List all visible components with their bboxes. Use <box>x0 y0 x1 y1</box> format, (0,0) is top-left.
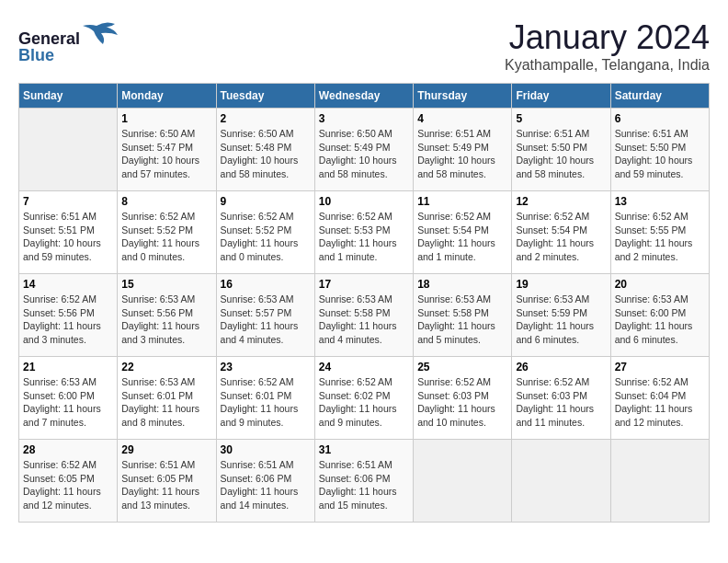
day-number: 15 <box>121 278 211 291</box>
day-number: 28 <box>23 443 113 456</box>
calendar-cell: 12Sunrise: 6:52 AM Sunset: 5:54 PM Dayli… <box>512 191 610 274</box>
calendar-cell: 5Sunrise: 6:51 AM Sunset: 5:50 PM Daylig… <box>512 109 610 191</box>
weekday-header-sunday: Sunday <box>19 84 118 109</box>
calendar-cell: 6Sunrise: 6:51 AM Sunset: 5:50 PM Daylig… <box>610 109 709 191</box>
day-number: 17 <box>319 278 409 291</box>
day-number: 23 <box>221 361 311 373</box>
day-info: Sunrise: 6:53 AM Sunset: 5:58 PM Dayligh… <box>417 293 507 347</box>
svg-text:Blue: Blue <box>18 46 54 64</box>
calendar-cell: 29Sunrise: 6:51 AM Sunset: 6:05 PM Dayli… <box>118 440 216 523</box>
calendar-cell: 28Sunrise: 6:52 AM Sunset: 6:05 PM Dayli… <box>19 440 118 523</box>
day-info: Sunrise: 6:50 AM Sunset: 5:48 PM Dayligh… <box>221 127 311 181</box>
calendar-header: SundayMondayTuesdayWednesdayThursdayFrid… <box>19 84 710 109</box>
weekday-header-monday: Monday <box>118 84 216 109</box>
day-info: Sunrise: 6:51 AM Sunset: 6:05 PM Dayligh… <box>121 458 211 512</box>
calendar-cell: 18Sunrise: 6:53 AM Sunset: 5:58 PM Dayli… <box>414 274 512 357</box>
calendar-cell: 4Sunrise: 6:51 AM Sunset: 5:49 PM Daylig… <box>414 109 512 191</box>
day-info: Sunrise: 6:53 AM Sunset: 5:56 PM Dayligh… <box>121 293 211 347</box>
location-title: Kyathampalle, Telangana, India <box>505 57 710 74</box>
calendar-cell <box>414 440 512 523</box>
logo: General Blue <box>18 18 119 64</box>
day-number: 14 <box>23 278 113 291</box>
logo-svg: General Blue <box>18 18 119 64</box>
calendar-week-5: 28Sunrise: 6:52 AM Sunset: 6:05 PM Dayli… <box>19 440 710 523</box>
calendar-week-4: 21Sunrise: 6:53 AM Sunset: 6:00 PM Dayli… <box>19 357 710 440</box>
calendar-cell: 16Sunrise: 6:53 AM Sunset: 5:57 PM Dayli… <box>216 274 314 357</box>
day-info: Sunrise: 6:52 AM Sunset: 5:52 PM Dayligh… <box>221 210 311 264</box>
page-header: General Blue January 2024 Kyathampalle, … <box>18 18 710 74</box>
day-info: Sunrise: 6:52 AM Sunset: 5:55 PM Dayligh… <box>615 210 705 264</box>
day-number: 3 <box>319 112 409 125</box>
calendar-week-3: 14Sunrise: 6:52 AM Sunset: 5:56 PM Dayli… <box>19 274 710 357</box>
weekday-header-friday: Friday <box>512 84 610 109</box>
calendar-cell: 2Sunrise: 6:50 AM Sunset: 5:48 PM Daylig… <box>216 109 314 191</box>
calendar-cell: 8Sunrise: 6:52 AM Sunset: 5:52 PM Daylig… <box>118 191 216 274</box>
day-info: Sunrise: 6:53 AM Sunset: 6:00 PM Dayligh… <box>615 293 705 347</box>
day-info: Sunrise: 6:52 AM Sunset: 5:54 PM Dayligh… <box>516 210 606 264</box>
day-info: Sunrise: 6:53 AM Sunset: 5:57 PM Dayligh… <box>221 293 311 347</box>
day-number: 11 <box>417 195 507 208</box>
calendar-cell: 24Sunrise: 6:52 AM Sunset: 6:02 PM Dayli… <box>314 357 413 440</box>
day-number: 19 <box>516 278 606 291</box>
weekday-header-tuesday: Tuesday <box>216 84 314 109</box>
day-info: Sunrise: 6:53 AM Sunset: 6:00 PM Dayligh… <box>23 375 113 430</box>
calendar-cell: 25Sunrise: 6:52 AM Sunset: 6:03 PM Dayli… <box>414 357 512 440</box>
day-info: Sunrise: 6:50 AM Sunset: 5:49 PM Dayligh… <box>319 127 409 181</box>
calendar-cell: 20Sunrise: 6:53 AM Sunset: 6:00 PM Dayli… <box>610 274 709 357</box>
calendar-cell: 7Sunrise: 6:51 AM Sunset: 5:51 PM Daylig… <box>19 191 118 274</box>
calendar-cell: 1Sunrise: 6:50 AM Sunset: 5:47 PM Daylig… <box>118 109 216 191</box>
day-number: 10 <box>319 195 409 208</box>
month-title: January 2024 <box>505 18 710 57</box>
svg-text:General: General <box>18 29 80 48</box>
day-info: Sunrise: 6:53 AM Sunset: 6:01 PM Dayligh… <box>121 375 211 430</box>
weekday-header-saturday: Saturday <box>610 84 709 109</box>
calendar-cell <box>19 109 118 191</box>
day-number: 8 <box>121 195 211 208</box>
day-number: 25 <box>417 361 507 373</box>
day-info: Sunrise: 6:52 AM Sunset: 6:04 PM Dayligh… <box>615 375 705 430</box>
day-number: 12 <box>516 195 606 208</box>
day-info: Sunrise: 6:51 AM Sunset: 6:06 PM Dayligh… <box>319 458 409 512</box>
calendar-cell: 19Sunrise: 6:53 AM Sunset: 5:59 PM Dayli… <box>512 274 610 357</box>
calendar-cell: 9Sunrise: 6:52 AM Sunset: 5:52 PM Daylig… <box>216 191 314 274</box>
day-number: 22 <box>121 361 211 373</box>
calendar-week-2: 7Sunrise: 6:51 AM Sunset: 5:51 PM Daylig… <box>19 191 710 274</box>
calendar-cell: 3Sunrise: 6:50 AM Sunset: 5:49 PM Daylig… <box>314 109 413 191</box>
calendar-cell <box>610 440 709 523</box>
day-info: Sunrise: 6:51 AM Sunset: 5:51 PM Dayligh… <box>23 210 113 264</box>
calendar-cell: 30Sunrise: 6:51 AM Sunset: 6:06 PM Dayli… <box>216 440 314 523</box>
calendar-cell: 23Sunrise: 6:52 AM Sunset: 6:01 PM Dayli… <box>216 357 314 440</box>
day-info: Sunrise: 6:52 AM Sunset: 5:56 PM Dayligh… <box>23 293 113 347</box>
calendar-cell: 13Sunrise: 6:52 AM Sunset: 5:55 PM Dayli… <box>610 191 709 274</box>
day-info: Sunrise: 6:52 AM Sunset: 6:02 PM Dayligh… <box>319 375 409 430</box>
day-number: 7 <box>23 195 113 208</box>
weekday-header-thursday: Thursday <box>414 84 512 109</box>
calendar-cell <box>512 440 610 523</box>
calendar-cell: 21Sunrise: 6:53 AM Sunset: 6:00 PM Dayli… <box>19 357 118 440</box>
day-number: 6 <box>615 112 705 125</box>
day-info: Sunrise: 6:52 AM Sunset: 5:53 PM Dayligh… <box>319 210 409 264</box>
day-info: Sunrise: 6:51 AM Sunset: 5:50 PM Dayligh… <box>615 127 705 181</box>
day-number: 18 <box>417 278 507 291</box>
day-number: 26 <box>516 361 606 373</box>
day-number: 29 <box>121 443 211 456</box>
calendar-table: SundayMondayTuesdayWednesdayThursdayFrid… <box>18 83 710 523</box>
day-info: Sunrise: 6:52 AM Sunset: 5:54 PM Dayligh… <box>417 210 507 264</box>
calendar-cell: 26Sunrise: 6:52 AM Sunset: 6:03 PM Dayli… <box>512 357 610 440</box>
day-number: 5 <box>516 112 606 125</box>
weekday-header-wednesday: Wednesday <box>314 84 413 109</box>
day-number: 2 <box>221 112 311 125</box>
day-number: 9 <box>221 195 311 208</box>
day-info: Sunrise: 6:52 AM Sunset: 6:01 PM Dayligh… <box>221 375 311 430</box>
day-info: Sunrise: 6:51 AM Sunset: 5:49 PM Dayligh… <box>417 127 507 181</box>
calendar-cell: 22Sunrise: 6:53 AM Sunset: 6:01 PM Dayli… <box>118 357 216 440</box>
day-info: Sunrise: 6:53 AM Sunset: 5:58 PM Dayligh… <box>319 293 409 347</box>
calendar-cell: 11Sunrise: 6:52 AM Sunset: 5:54 PM Dayli… <box>414 191 512 274</box>
day-info: Sunrise: 6:51 AM Sunset: 5:50 PM Dayligh… <box>516 127 606 181</box>
day-number: 16 <box>221 278 311 291</box>
day-number: 27 <box>615 361 705 373</box>
day-info: Sunrise: 6:52 AM Sunset: 6:03 PM Dayligh… <box>516 375 606 430</box>
calendar-cell: 31Sunrise: 6:51 AM Sunset: 6:06 PM Dayli… <box>314 440 413 523</box>
day-number: 13 <box>615 195 705 208</box>
calendar-cell: 15Sunrise: 6:53 AM Sunset: 5:56 PM Dayli… <box>118 274 216 357</box>
